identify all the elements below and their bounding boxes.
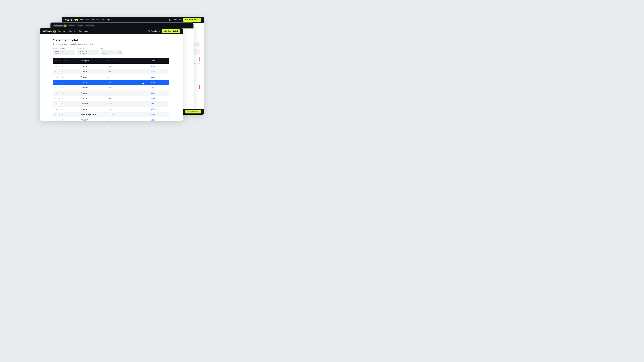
th-manufacturer[interactable]: Manufacturer <box>56 60 81 62</box>
sort-icon <box>68 60 70 62</box>
view-link[interactable]: View <box>151 71 155 73</box>
remove-icon[interactable] <box>199 57 200 59</box>
chevron-down-icon <box>196 43 198 45</box>
th-category[interactable]: Category <box>81 60 108 62</box>
add-new-model-button-back[interactable]: Add New Model <box>183 18 201 22</box>
table-row[interactable]: Case IHTractor100CView••• <box>53 117 170 121</box>
nav-pages[interactable]: Pages <box>69 30 77 32</box>
logo-dealer: Dealer <box>46 30 52 32</box>
cell-actions: ••• <box>160 71 172 73</box>
filter-category-label: Category: <box>77 48 99 50</box>
add-new-model-button-front[interactable]: Add New Model <box>162 29 180 33</box>
nav-settings[interactable]: Settings <box>101 19 112 21</box>
feedback-link-back[interactable]: Feedback <box>169 19 181 21</box>
cell-category: Tractor <box>81 103 108 105</box>
cell-model: BS-420 <box>108 114 151 116</box>
chevron-down-icon <box>196 51 198 53</box>
table-row[interactable]: Case IHTractor100CView••• <box>53 107 170 112</box>
chevron-down-icon <box>96 52 97 53</box>
more-actions-icon[interactable]: ••• <box>168 119 172 121</box>
remove-icon[interactable] <box>199 85 200 87</box>
th-data-label: Data <box>151 60 155 62</box>
svg-line-1 <box>120 53 121 53</box>
nav-settings-label: Settings <box>101 19 110 21</box>
th-actions: Actions <box>160 60 172 62</box>
select-category[interactable]: Select a Category <box>77 50 99 55</box>
table-row[interactable]: Case IHTractor100CView••• <box>53 90 170 96</box>
cell-model: 100C <box>108 108 151 110</box>
view-link[interactable]: View <box>151 92 155 94</box>
more-actions-icon[interactable]: ••• <box>168 65 172 67</box>
window-select-model: AGDealer ai Models Pages Settings Feedba… <box>40 28 183 121</box>
nav-models[interactable]: Models <box>58 30 67 32</box>
th-category-label: Category <box>81 60 89 62</box>
table-row[interactable]: Case IHTractor100CView••• <box>53 69 170 74</box>
cell-actions: ••• <box>160 103 172 105</box>
search-model[interactable]: Search for a Model <box>101 50 122 55</box>
more-actions-icon[interactable]: ••• <box>168 76 172 78</box>
table-row[interactable]: Case IHTractor100CView••• <box>53 96 170 101</box>
cell-category: Tractor <box>81 119 108 121</box>
view-link[interactable]: View <box>151 103 155 105</box>
cell-category: Tractor <box>81 92 108 94</box>
table-row[interactable]: Case IHTractor100CView••• <box>53 74 170 80</box>
cell-data: View <box>151 114 160 116</box>
cell-model: 100C <box>108 76 151 78</box>
svg-point-0 <box>120 52 120 53</box>
view-link[interactable]: View <box>151 65 155 67</box>
search-model-placeholder: Search for a Model <box>102 51 119 54</box>
feedback-link-front[interactable]: Feedback <box>148 30 160 32</box>
cell-model: 100C <box>108 103 151 105</box>
cell-manufacturer: Case IH <box>56 76 81 78</box>
th-model-label: Model <box>108 60 112 62</box>
view-link[interactable]: View <box>151 98 155 99</box>
chevron-down-icon <box>75 30 77 32</box>
cell-manufacturer: Case IH <box>56 103 81 105</box>
remove-icon[interactable] <box>199 87 200 89</box>
add-new-model-button-bottombar[interactable]: Add New Model <box>185 110 201 113</box>
view-link[interactable]: View <box>151 114 155 116</box>
nav-settings[interactable]: Settings <box>79 30 90 32</box>
more-actions-icon[interactable]: ••• <box>168 108 172 110</box>
more-actions-icon[interactable]: ••• <box>168 98 172 99</box>
cell-actions: ••• <box>160 108 172 110</box>
cell-data: View <box>151 82 160 83</box>
more-actions-icon[interactable]: ••• <box>168 71 172 73</box>
th-actions-label: Actions <box>164 60 172 62</box>
table-row[interactable]: Case IHTractor100CView••• <box>53 64 170 69</box>
select-manufacturer[interactable]: Select a Manufacturer <box>53 50 75 55</box>
more-actions-icon[interactable]: ••• <box>168 87 172 89</box>
remove-icon[interactable] <box>199 59 200 61</box>
more-actions-icon[interactable]: ••• <box>168 82 172 83</box>
table-row[interactable]: Case IHManure AggitatorBS-420View••• <box>53 112 170 117</box>
nav-pages[interactable]: Pages <box>91 19 98 21</box>
view-link[interactable]: View <box>151 108 155 110</box>
more-actions-icon[interactable]: ••• <box>168 114 172 116</box>
cell-data: View <box>151 108 160 110</box>
cell-manufacturer: Case IH <box>56 87 81 89</box>
view-link[interactable]: View <box>151 76 155 78</box>
page-subtitle: Define the underlying data for equipment… <box>53 43 170 45</box>
table-row[interactable]: Case IHTractor100CView••• <box>53 101 170 107</box>
logo: AGDealer ai <box>53 24 66 27</box>
view-link[interactable]: View <box>151 119 155 121</box>
cell-actions: ••• <box>160 65 172 67</box>
cell-category: Tractor <box>81 98 108 99</box>
cell-manufacturer: Case IH <box>56 119 81 121</box>
nav-models-label: Models <box>58 30 65 32</box>
cell-model: 100C <box>108 98 151 99</box>
view-link[interactable]: View <box>151 82 155 83</box>
nav-models[interactable]: Models <box>80 19 89 21</box>
more-actions-icon[interactable]: ••• <box>168 92 172 94</box>
models-table: Manufacturer Category Model Data Actions… <box>53 58 170 121</box>
view-link[interactable]: View <box>151 87 155 89</box>
more-actions-icon[interactable]: ••• <box>168 103 172 105</box>
cell-data: View <box>151 92 160 94</box>
table-row[interactable]: Case IHTractor100CView••• <box>53 85 170 90</box>
chevron-down-icon <box>97 19 98 20</box>
nav-front: Models Pages Settings <box>58 30 90 32</box>
table-row[interactable]: Case IHTractor100CView••• <box>53 80 170 85</box>
th-model[interactable]: Model <box>108 60 151 62</box>
cell-actions: ••• <box>160 114 172 116</box>
filter-model-label: Model: <box>101 48 122 50</box>
